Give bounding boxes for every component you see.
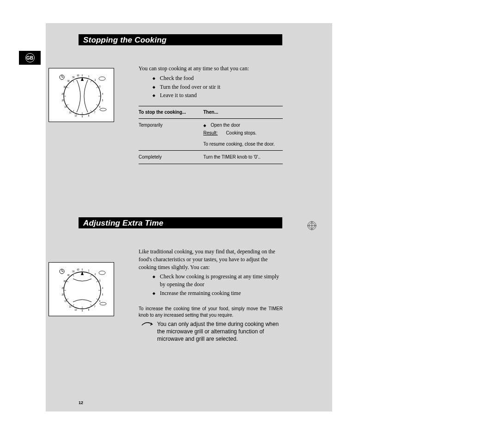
region-badge: GB xyxy=(19,51,41,65)
note-block: You can only adjust the time during cook… xyxy=(139,320,283,343)
svg-text:60: 60 xyxy=(77,269,79,271)
svg-text:10: 10 xyxy=(74,309,77,311)
svg-line-11 xyxy=(73,110,74,112)
section-1-content: You can stop cooking at any time so that… xyxy=(139,65,283,166)
svg-point-3 xyxy=(64,78,101,115)
stop-cooking-table: To stop the cooking... Then... Temporari… xyxy=(139,106,283,164)
svg-text:3: 3 xyxy=(99,86,101,88)
svg-line-49 xyxy=(73,304,74,306)
svg-text:10: 10 xyxy=(74,115,77,117)
table-row2-col1: Completely xyxy=(139,154,203,160)
diamond-icon: ◆ xyxy=(152,93,155,98)
diamond-icon: ◆ xyxy=(152,291,155,296)
section-2-heading-text: Adjusting Extra Time xyxy=(79,218,281,228)
svg-line-14 xyxy=(67,87,68,88)
section-2-tip: To increase the cooking time of your foo… xyxy=(139,306,283,319)
svg-text:4: 4 xyxy=(102,287,103,289)
svg-line-6 xyxy=(96,87,98,88)
svg-text:30: 30 xyxy=(63,86,66,88)
svg-text:60: 60 xyxy=(77,74,79,77)
svg-text:40: 40 xyxy=(67,80,70,82)
svg-text:40: 40 xyxy=(67,274,70,276)
page-number: 12 xyxy=(79,400,83,405)
section-1-intro: You can stop cooking at any time so that… xyxy=(139,65,283,73)
svg-point-36 xyxy=(99,77,105,80)
svg-text:0: 0 xyxy=(82,74,83,77)
svg-line-12 xyxy=(67,104,68,105)
section-2-bullets: ◆Check how cooking is progressing at any… xyxy=(152,273,283,297)
note-text: You can only adjust the time during cook… xyxy=(157,320,283,343)
svg-line-53 xyxy=(73,275,74,276)
table-row1-bullet: Open the door xyxy=(211,122,240,129)
svg-text:4: 4 xyxy=(102,93,103,95)
svg-text:9: 9 xyxy=(82,116,83,118)
diamond-icon: ◆ xyxy=(152,274,155,279)
svg-line-50 xyxy=(67,299,68,300)
svg-text:12: 12 xyxy=(69,111,72,114)
result-text: Cooking stops. xyxy=(226,130,256,136)
svg-text:8: 8 xyxy=(88,309,90,311)
section-1-heading-text: Stopping the Cooking xyxy=(79,35,281,45)
svg-text:7: 7 xyxy=(94,306,96,308)
table-row1-col1: Temporarily xyxy=(139,122,203,147)
svg-text:50: 50 xyxy=(72,270,75,273)
diamond-icon: ◆ xyxy=(152,76,155,81)
svg-line-5 xyxy=(91,80,91,82)
bullet-text: Turn the food over or stir it xyxy=(160,83,220,91)
svg-text:20: 20 xyxy=(61,294,64,296)
svg-text:2: 2 xyxy=(95,273,96,276)
svg-point-75 xyxy=(100,302,106,305)
bullet-text: Leave it to stand xyxy=(160,92,197,99)
svg-text:20: 20 xyxy=(61,99,64,102)
svg-text:8: 8 xyxy=(88,115,90,117)
svg-text:2: 2 xyxy=(95,79,96,81)
svg-line-15 xyxy=(73,80,74,82)
timer-dial-illustration-1: 0 1 2 3 4 5 6 7 8 9 10 12 15 20 25 30 40… xyxy=(49,68,114,122)
bullet-text: Check how cooking is progressing at any … xyxy=(160,273,283,288)
svg-line-8 xyxy=(96,104,98,105)
svg-text:15: 15 xyxy=(64,300,67,302)
svg-point-41 xyxy=(64,272,101,309)
table-row2-col2: Turn the TIMER knob to '0'.. xyxy=(203,154,283,160)
svg-text:6: 6 xyxy=(99,300,101,302)
svg-text:1: 1 xyxy=(88,270,90,272)
svg-text:15: 15 xyxy=(64,106,67,108)
svg-text:9: 9 xyxy=(82,310,83,312)
timer-dial-illustration-2: 0 1 2 3 4 5 6 7 8 9 10 12 15 20 25 30 40… xyxy=(49,262,114,316)
svg-text:12: 12 xyxy=(69,306,72,308)
section-2-intro: Like traditional cooking, you may find t… xyxy=(139,248,283,271)
section-2-content: Like traditional cooking, you may find t… xyxy=(139,248,283,319)
svg-text:5: 5 xyxy=(102,99,103,102)
svg-point-37 xyxy=(100,108,106,111)
diamond-icon: ◆ xyxy=(152,85,155,90)
resume-text: To resume cooking, close the door. xyxy=(203,141,283,147)
svg-line-46 xyxy=(96,299,98,300)
svg-text:6: 6 xyxy=(99,106,101,108)
svg-text:1: 1 xyxy=(88,75,90,78)
diamond-icon: ◆ xyxy=(203,123,206,128)
bullet-text: Check the food xyxy=(160,74,194,82)
dial-svg: 0 1 2 3 4 5 6 7 8 9 10 12 15 20 25 30 40… xyxy=(54,71,109,119)
registration-mark-icon xyxy=(307,221,316,232)
table-head-1: To stop the cooking... xyxy=(139,109,203,116)
svg-text:50: 50 xyxy=(72,76,75,79)
section-1-heading: Stopping the Cooking xyxy=(79,34,282,45)
svg-text:3: 3 xyxy=(99,280,101,282)
bullet-text: Increase the remaining cooking time xyxy=(160,289,241,297)
svg-line-47 xyxy=(91,304,91,306)
svg-text:7: 7 xyxy=(94,111,96,114)
result-label: Result: xyxy=(203,130,218,136)
svg-text:25: 25 xyxy=(61,287,64,289)
svg-line-44 xyxy=(96,281,98,282)
svg-text:25: 25 xyxy=(61,93,64,95)
svg-line-52 xyxy=(67,281,68,282)
svg-text:30: 30 xyxy=(63,280,66,282)
note-arrow-icon xyxy=(139,320,157,343)
svg-line-9 xyxy=(91,110,91,112)
svg-point-74 xyxy=(99,271,105,275)
svg-line-43 xyxy=(91,275,91,276)
svg-text:0: 0 xyxy=(82,269,83,271)
section-1-bullets: ◆Check the food ◆Turn the food over or s… xyxy=(152,74,283,99)
svg-text:5: 5 xyxy=(102,294,103,296)
section-2-heading: Adjusting Extra Time xyxy=(79,217,282,228)
